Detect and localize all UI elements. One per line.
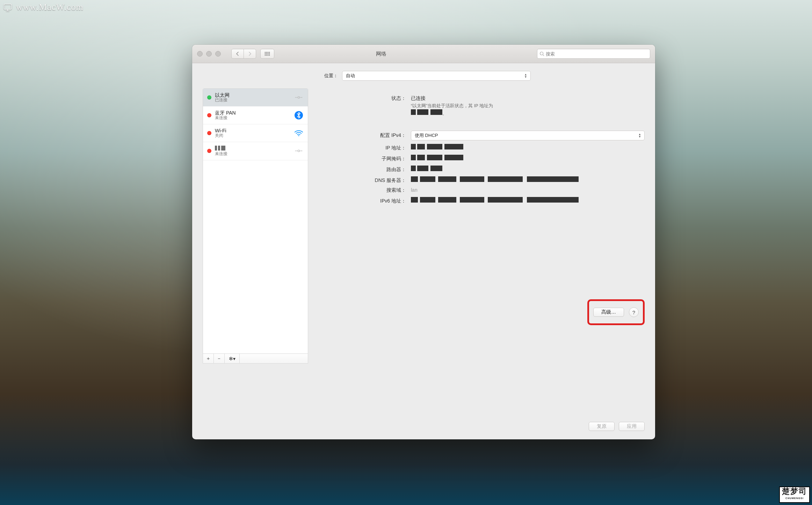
service-actions-button[interactable]: ✻▾ [225,354,240,363]
svg-point-17 [298,150,299,152]
status-dot-icon [207,113,211,117]
titlebar: 网络 [192,45,655,63]
prefs-window: 网络 位置： 自动 ▲▼ 以太网 [192,45,655,439]
service-item-wifi[interactable]: Wi-Fi 关闭 [203,124,308,142]
service-item-redacted[interactable]: 未连接 [203,142,308,160]
status-dot-icon [207,95,211,100]
minimize-traffic[interactable] [206,51,212,57]
wifi-icon [294,128,304,138]
svg-rect-0 [4,4,12,9]
redacted-text [411,197,579,203]
svg-point-16 [298,135,299,136]
detail-pane: 状态： 已连接 “以太网”当前处于活跃状态，其 IP 地址为 。 配 [315,88,645,364]
status-dot-icon [207,149,211,153]
apply-button[interactable]: 应用 [619,422,645,431]
sidebar-footer: ＋ － ✻▾ [203,353,308,364]
router-label: 路由器： [315,167,406,173]
redacted-text [215,146,235,151]
svg-point-13 [540,52,543,55]
service-sidebar: 以太网 已连接 蓝牙 PAN 未连接 [203,88,308,364]
redacted-text [411,144,463,149]
status-subtext: “以太网”当前处于活跃状态，其 IP 地址为 。 [411,103,645,117]
search-domain-label: 搜索域： [315,187,406,193]
dns-label: DNS 服务器： [315,177,406,184]
service-item-ethernet[interactable]: 以太网 已连接 [203,89,308,107]
status-dot-icon [207,131,211,135]
window-title: 网络 [230,51,533,57]
location-value: 自动 [346,73,355,79]
location-select[interactable]: 自动 ▲▼ [342,71,531,81]
ipv6-label: IPv6 地址： [315,198,406,204]
add-service-button[interactable]: ＋ [203,354,214,363]
chevron-updown-icon: ▲▼ [523,72,529,80]
redacted-text [411,176,579,182]
subnet-label: 子网掩码： [315,156,406,162]
config-ipv4-value: 使用 DHCP [415,132,438,139]
location-label: 位置： [317,73,338,79]
redacted-text [411,109,442,115]
ethernet-icon [294,146,304,156]
close-traffic[interactable] [197,51,203,57]
bottom-watermark: 楚梦司 CHUMENGSI [779,486,810,503]
svg-point-14 [298,96,299,98]
config-ipv4-select[interactable]: 使用 DHCP ▲▼ [411,131,645,140]
ip-label: IP 地址： [315,145,406,151]
redacted-text [411,155,463,160]
search-input[interactable] [546,51,648,57]
advanced-button[interactable]: 高级… [593,308,624,317]
help-button[interactable]: ? [629,307,639,317]
redacted-text [411,166,442,171]
top-watermark: www.MacW.com [3,2,84,13]
search-icon [539,51,544,56]
zoom-traffic[interactable] [215,51,221,57]
status-label: 状态： [315,95,406,102]
traffic-lights[interactable] [197,51,221,57]
remove-service-button[interactable]: － [214,354,225,363]
status-value: 已连接 [411,95,645,102]
advanced-highlight: 高级… ? [587,299,645,325]
ethernet-icon [294,93,304,102]
search-domain-value: lan [411,187,418,193]
bluetooth-icon [294,110,304,120]
revert-button[interactable]: 复原 [589,422,615,431]
chevron-updown-icon: ▲▼ [637,132,643,139]
search-field[interactable] [537,49,650,59]
top-watermark-text: www.MacW.com [16,2,84,13]
config-ipv4-label: 配置 IPv4： [315,132,406,139]
service-item-bluetooth-pan[interactable]: 蓝牙 PAN 未连接 [203,107,308,124]
